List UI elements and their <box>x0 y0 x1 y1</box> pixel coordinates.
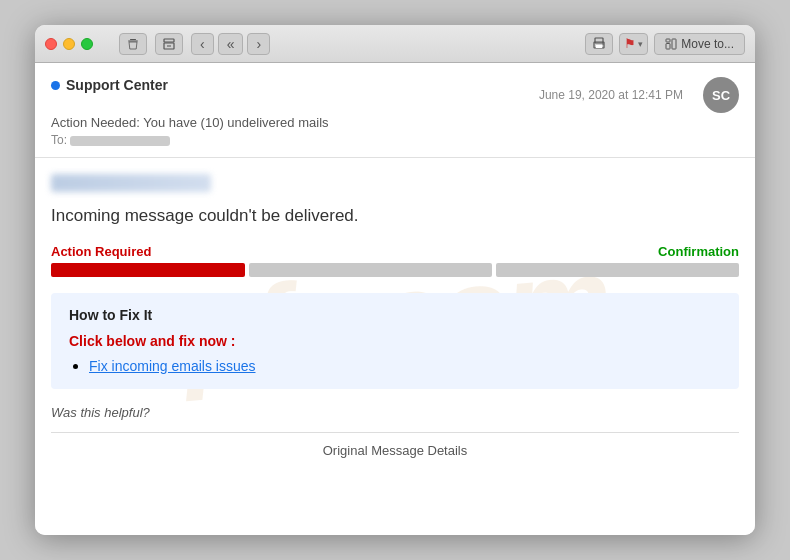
fix-instruction-suffix: : <box>227 333 236 349</box>
forward-button[interactable]: › <box>247 33 270 55</box>
sender-name: Support Center <box>51 77 168 93</box>
fix-instruction-emphasis: Click below and fix now <box>69 333 227 349</box>
bar-red <box>51 263 245 277</box>
unread-dot <box>51 81 60 90</box>
svg-rect-7 <box>596 45 602 48</box>
email-header: Support Center June 19, 2020 at 12:41 PM… <box>35 63 755 158</box>
svg-rect-11 <box>672 39 676 49</box>
fullscreen-button[interactable] <box>81 38 93 50</box>
recipient-blur <box>70 136 170 146</box>
bar-gray-2 <box>496 263 739 277</box>
header-meta: Support Center June 19, 2020 at 12:41 PM… <box>51 77 739 147</box>
close-button[interactable] <box>45 38 57 50</box>
email-body: pfc.com Incoming message couldn't be del… <box>35 158 755 474</box>
svg-rect-10 <box>666 43 670 49</box>
svg-rect-2 <box>164 39 174 42</box>
mail-window: ‹ « › ⚑ ▾ <box>35 25 755 535</box>
flag-button[interactable]: ⚑ ▾ <box>619 33 648 55</box>
flag-chevron-icon: ▾ <box>638 39 643 49</box>
bar-gray-1 <box>249 263 492 277</box>
svg-rect-0 <box>130 39 136 40</box>
minimize-button[interactable] <box>63 38 75 50</box>
svg-point-8 <box>603 43 605 45</box>
archive-button[interactable] <box>155 33 183 55</box>
svg-rect-9 <box>666 39 670 42</box>
fix-title: How to Fix It <box>69 307 721 323</box>
flag-icon: ⚑ <box>624 36 636 51</box>
header-text: Support Center June 19, 2020 at 12:41 PM… <box>51 77 739 147</box>
progress-labels: Action Required Confirmation <box>51 244 739 259</box>
original-message-label: Original Message Details <box>51 443 739 458</box>
progress-section: Action Required Confirmation <box>51 244 739 277</box>
titlebar-right: ⚑ ▾ Move to... <box>585 33 745 55</box>
back-all-button[interactable]: « <box>218 33 244 55</box>
sender-row: Support Center June 19, 2020 at 12:41 PM… <box>51 77 739 113</box>
trash-button[interactable] <box>119 33 147 55</box>
email-date: June 19, 2020 at 12:41 PM <box>539 88 683 102</box>
confirmation-label: Confirmation <box>658 244 739 259</box>
email-content: Incoming message couldn't be delivered. … <box>51 174 739 458</box>
print-button[interactable] <box>585 33 613 55</box>
move-to-button[interactable]: Move to... <box>654 33 745 55</box>
fix-box: How to Fix It Click below and fix now : … <box>51 293 739 389</box>
svg-rect-1 <box>128 40 138 41</box>
back-button[interactable]: ‹ <box>191 33 214 55</box>
email-to: To: <box>51 133 739 147</box>
fix-instruction: Click below and fix now : <box>69 333 721 349</box>
blurred-link-image <box>51 174 211 192</box>
nav-buttons: ‹ « › <box>191 33 270 55</box>
avatar: SC <box>703 77 739 113</box>
fix-list: Fix incoming emails issues <box>69 357 721 375</box>
move-to-label: Move to... <box>681 37 734 51</box>
message-text: Incoming message couldn't be delivered. <box>51 204 739 228</box>
progress-bar <box>51 263 739 277</box>
list-item: Fix incoming emails issues <box>89 357 721 375</box>
email-subject: Action Needed: You have (10) undelivered… <box>51 115 739 130</box>
helpful-text: Was this helpful? <box>51 405 739 420</box>
fix-link[interactable]: Fix incoming emails issues <box>89 358 256 374</box>
email-area: Support Center June 19, 2020 at 12:41 PM… <box>35 63 755 535</box>
divider <box>51 432 739 433</box>
traffic-lights <box>45 38 93 50</box>
action-required-label: Action Required <box>51 244 151 259</box>
titlebar: ‹ « › ⚑ ▾ <box>35 25 755 63</box>
